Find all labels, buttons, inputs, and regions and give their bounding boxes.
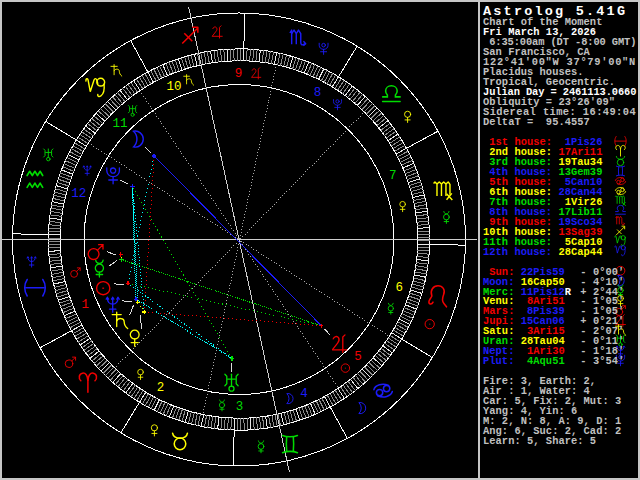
svg-text:5: 5 bbox=[354, 350, 362, 364]
svg-text:2: 2 bbox=[157, 381, 165, 395]
svg-text:8: 8 bbox=[314, 86, 322, 100]
svg-text:4: 4 bbox=[300, 387, 308, 401]
svg-text:3: 3 bbox=[236, 400, 244, 414]
svg-text:10: 10 bbox=[166, 80, 181, 94]
svg-text:11: 11 bbox=[112, 117, 127, 131]
svg-text:7: 7 bbox=[389, 169, 397, 183]
svg-text:6: 6 bbox=[395, 281, 403, 295]
svg-text:9: 9 bbox=[235, 67, 243, 81]
svg-text:12: 12 bbox=[71, 187, 86, 201]
svg-text:1: 1 bbox=[81, 298, 89, 312]
